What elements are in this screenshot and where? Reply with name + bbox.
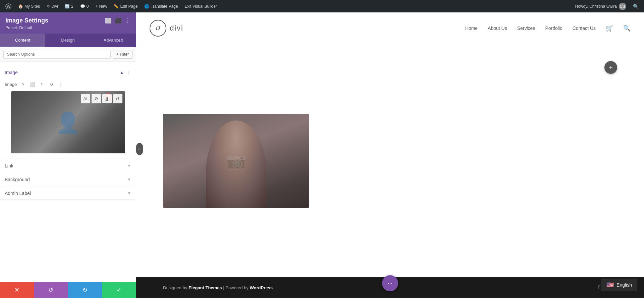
image-section-title: Image	[5, 70, 18, 75]
search-input[interactable]	[3, 50, 111, 59]
tab-advanced[interactable]: Advanced	[91, 34, 136, 47]
image-section: Image ▲ ⋮ Image ? ⬜ ↖ ↺ ⋮	[0, 65, 136, 158]
undo-button[interactable]: ↺	[34, 282, 68, 298]
panel-header-icons: ⬜ ⬛ ⋮	[105, 17, 130, 24]
main-image-container	[163, 114, 309, 208]
revision-item[interactable]: 🔄 2	[62, 0, 76, 12]
nav-about[interactable]: About Us	[488, 26, 507, 31]
user-info: Howdy, Christina Gwira CG	[573, 3, 629, 10]
image-section-actions: ▲ ⋮	[120, 70, 131, 75]
comments-item[interactable]: 💬 0	[77, 0, 92, 12]
nav-services[interactable]: Services	[517, 26, 535, 31]
image-thumbnail: 1 AI ⚙ 🗑 ↺	[11, 91, 125, 153]
image-label: Image	[5, 82, 17, 87]
background-section-title: Background	[5, 177, 30, 182]
panel-body: Image ▲ ⋮ Image ? ⬜ ↖ ↺ ⋮	[0, 62, 136, 282]
mobile-preview-icon[interactable]: ⬜	[29, 81, 36, 88]
admin-bar: W 🏠 My Sites ↺ Divi 🔄 2 💬 0 + New ✏️ Edi…	[0, 0, 644, 12]
undo-image-btn[interactable]: ↺	[113, 94, 122, 103]
more-ctrl-icon[interactable]: ⋮	[57, 81, 64, 88]
link-section-title: Link	[5, 163, 13, 168]
site-header: D divi Home About Us Services Portfolio …	[136, 12, 644, 44]
delete-btn[interactable]: 🗑	[102, 94, 112, 103]
language-selector[interactable]: 🇺🇸 English	[601, 279, 637, 291]
pointer-icon[interactable]: ↖	[38, 81, 46, 88]
site-content: +	[136, 44, 644, 277]
nav-contact[interactable]: Contact Us	[573, 26, 596, 31]
more-options-icon[interactable]: ⋮	[125, 17, 130, 24]
panel-header: Image Settings ⬜ ⬛ ⋮ Preset: Default	[0, 12, 136, 34]
image-chevron-up-icon[interactable]: ▲	[120, 70, 124, 75]
image-more-icon[interactable]: ⋮	[126, 70, 131, 75]
logo-letter: D	[156, 25, 160, 32]
image-ctrl-icons: ? ⬜ ↖ ↺ ⋮	[19, 81, 64, 88]
link-section-actions: ▼	[127, 163, 131, 168]
search-bar: + Filter	[0, 47, 136, 62]
cart-icon[interactable]: 🛒	[606, 24, 613, 32]
svg-text:W: W	[7, 4, 11, 8]
background-section-actions: ▼	[127, 177, 131, 182]
add-content-button[interactable]: +	[604, 61, 617, 74]
main-photo	[163, 114, 309, 208]
floating-menu-button[interactable]: ···	[382, 275, 398, 291]
footer-text: Designed by Elegant Themes | Powered by …	[163, 285, 273, 290]
language-selector-container: 🇺🇸 English	[601, 279, 637, 291]
site-logo: D divi	[150, 20, 183, 37]
preview-area: D divi Home About Us Services Portfolio …	[136, 12, 644, 298]
help-icon[interactable]: ?	[19, 81, 27, 88]
logo-text: divi	[170, 24, 183, 33]
preset-label[interactable]: Preset: Default	[5, 26, 130, 30]
exit-builder-item[interactable]: Exit Visual Builder	[182, 0, 220, 12]
resize-handle[interactable]: ↔	[136, 143, 143, 155]
background-section-header[interactable]: Background ▼	[5, 172, 131, 186]
panel-tabs: Content Design Advanced	[0, 34, 136, 47]
edit-page-item[interactable]: ✏️ Edit Page	[111, 0, 140, 12]
image-section-header[interactable]: Image ▲ ⋮	[5, 65, 131, 79]
wp-logo-item[interactable]: W	[3, 0, 14, 12]
my-sites-item[interactable]: 🏠 My Sites	[15, 0, 43, 12]
admin-label-chevron-icon[interactable]: ▼	[127, 191, 131, 196]
settings-btn[interactable]: ⚙	[92, 94, 101, 103]
layout-icon[interactable]: ⬛	[115, 17, 122, 24]
ai-btn[interactable]: AI	[81, 94, 90, 103]
admin-label-section: Admin Label ▼	[0, 186, 136, 200]
facebook-icon[interactable]: f	[598, 284, 600, 291]
tab-design[interactable]: Design	[45, 34, 91, 47]
bottom-floating-bar: ···	[382, 275, 398, 291]
tab-content[interactable]: Content	[0, 34, 45, 47]
admin-label-section-header[interactable]: Admin Label ▼	[5, 186, 131, 199]
reset-icon[interactable]: ↺	[48, 81, 55, 88]
link-section-header[interactable]: Link ▼	[5, 158, 131, 172]
link-section: Link ▼	[0, 158, 136, 172]
main-area: Image Settings ⬜ ⬛ ⋮ Preset: Default Con…	[0, 12, 644, 298]
translate-page-item[interactable]: 🌐 Translate Page	[142, 0, 180, 12]
background-section: Background ▼	[0, 172, 136, 186]
left-panel: Image Settings ⬜ ⬛ ⋮ Preset: Default Con…	[0, 12, 136, 298]
site-nav: Home About Us Services Portfolio Contact…	[465, 24, 631, 32]
flag-icon: 🇺🇸	[606, 281, 614, 289]
image-overlay-controls: AI ⚙ 🗑 ↺	[81, 94, 122, 103]
new-item[interactable]: + New	[93, 0, 110, 12]
image-control-row: Image ? ⬜ ↖ ↺ ⋮	[5, 79, 131, 91]
admin-search-icon[interactable]: 🔍	[630, 4, 641, 9]
panel-footer: ✕ ↺ ↻ ✓	[0, 282, 136, 298]
nav-home[interactable]: Home	[465, 26, 478, 31]
logo-circle: D	[150, 20, 166, 37]
divi-item[interactable]: ↺ Divi	[44, 0, 61, 12]
responsive-icon[interactable]: ⬜	[105, 17, 112, 24]
save-button[interactable]: ✓	[102, 282, 136, 298]
nav-portfolio[interactable]: Portfolio	[545, 26, 562, 31]
filter-button[interactable]: + Filter	[113, 50, 132, 59]
cancel-button[interactable]: ✕	[0, 282, 34, 298]
panel-title: Image Settings	[5, 17, 48, 24]
link-chevron-icon[interactable]: ▼	[127, 163, 131, 168]
admin-label-section-title: Admin Label	[5, 191, 31, 196]
background-chevron-icon[interactable]: ▼	[127, 177, 131, 182]
admin-label-section-actions: ▼	[127, 191, 131, 196]
site-search-icon[interactable]: 🔍	[623, 24, 631, 32]
redo-button[interactable]: ↻	[68, 282, 102, 298]
language-label: English	[616, 282, 632, 288]
